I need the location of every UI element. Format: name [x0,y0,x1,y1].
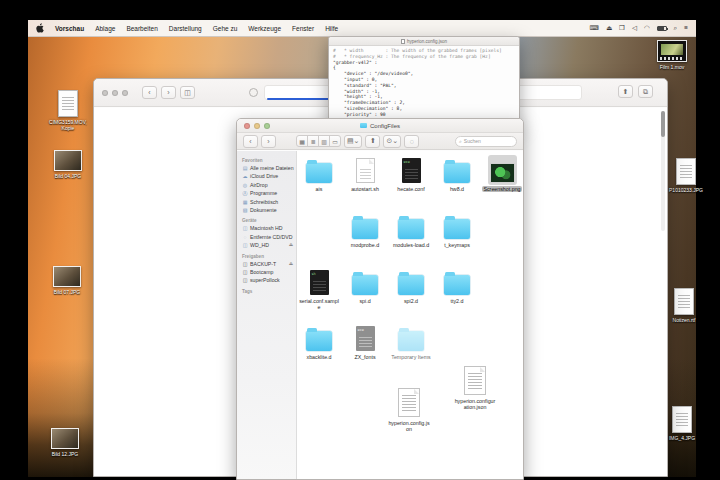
site-badge-icon [249,88,258,97]
sidebar-item-bootcamp[interactable]: ◫Bootcamp [242,268,296,276]
menu-hilfe[interactable]: Hilfe [325,25,338,32]
file-item-spi-d[interactable]: spi.d [343,267,387,304]
sidebar-item-macintosh-hd[interactable]: ◫Macintosh HD [242,224,296,232]
sidebar-item-icloud-drive[interactable]: ☁iCloud Drive [242,172,296,180]
menu-werkzeuge[interactable]: Werkzeuge [248,25,281,32]
desktop-icon-bild-07-jpg[interactable]: Bild 07.JPG [45,266,89,295]
menu-vorschau[interactable]: Vorschau [55,25,84,32]
file-type-badge: exe [404,160,410,164]
search-field[interactable]: ⌕ Suchen [455,136,517,147]
file-item-zx-fonts[interactable]: exeZX_fonts [343,323,387,360]
apple-menu-icon[interactable] [36,23,45,33]
file-item-hw8-d[interactable]: hw8.d [435,155,479,192]
battery-icon[interactable] [657,26,667,31]
menu-darstellung[interactable]: Darstellung [169,25,202,32]
eject-icon[interactable]: ⏏ [606,23,612,33]
sidebar-item-label: Schreibtisch [250,198,278,206]
menu-bearbeiten[interactable]: Bearbeiten [126,25,157,32]
menu-gehe-zu[interactable]: Gehe zu [213,25,238,32]
editor-titlebar[interactable]: hyperion.config.json [329,37,519,46]
action-button[interactable]: ◌ [404,135,419,148]
file-item-autostart-sh[interactable]: autostart.sh [343,155,387,192]
file-item-hecate-conf[interactable]: exehecate.conf [389,155,433,192]
scrollbar[interactable] [661,111,665,231]
spotlight-icon[interactable]: ⌕ [674,23,678,33]
sidebar-item-schreibtisch[interactable]: ▦Schreibtisch [242,198,296,206]
desktop-icon-cimg3159-mov-kopie[interactable]: CIMG3159.MOV, Kopie [46,90,90,131]
sidebar-item-icon: ◫ [242,224,248,232]
window-title: ConfigFiles [237,123,523,129]
doc-thumbnail-icon [58,90,78,117]
menu-fenster[interactable]: Fenster [292,25,314,32]
group-by-button[interactable]: ▤⌄ [344,135,362,148]
file-item-hyperion-config-json[interactable]: hyperion.config.json [387,389,431,433]
browser-traffic-lights[interactable] [102,90,128,96]
sidebar-item-programme[interactable]: ⒶProgramme [242,189,296,197]
forward-button[interactable]: › [161,86,176,99]
sidebar-section-favoriten: Favoriten [242,158,296,163]
sidebar-item-alle-meine-dateien[interactable]: ▤Alle meine Dateien [242,164,296,172]
doc-lines-icon [462,367,488,397]
view-gallery-button[interactable]: ▭ [329,135,341,147]
file-item-modprobe-d[interactable]: modprobe.d [343,211,387,248]
share-button[interactable]: ⬆ [365,135,380,148]
file-item-t-keymaps[interactable]: t_keymaps [435,211,479,248]
close-button[interactable] [102,90,108,96]
file-item-label: hecate.conf [396,186,425,192]
desktop-icon-p1010233-jpg[interactable]: P1010233.JPG [664,158,708,193]
sidebar-item-label: iCloud Drive [250,172,278,180]
file-item-modules-load-d[interactable]: modules-load.d [389,211,433,248]
volume-icon[interactable]: ◁ [632,23,637,33]
folder-icon [442,155,472,185]
finder-content: aisautostart.shexehecate.confhw8.dScreen… [297,151,523,479]
eject-icon[interactable]: ⏏ [289,241,293,249]
file-item-screenshot-png[interactable]: Screenshot.png [480,155,523,192]
zoom-button[interactable] [122,90,128,96]
sidebar-item-entfernte-cd-dvd[interactable]: ◌Entfernte CD/DVD [242,233,296,241]
sidebar-item-superpollock[interactable]: ◫superPollock [242,276,296,284]
display-icon[interactable]: ❐ [619,23,625,33]
sidebar-item-wd-hd[interactable]: ◫WD_HD⏏ [242,241,296,249]
eject-icon[interactable]: ⏏ [289,260,293,268]
desktop-icon-notizen-rtf[interactable]: Notizen.rtf [662,288,706,323]
editor-text[interactable]: # * width : The width of the grabbed fra… [329,46,519,120]
back-button[interactable]: ‹ [243,135,258,148]
tag-button[interactable]: ⊙⌄ [383,135,401,148]
file-type-badge: sh [312,272,316,276]
doc-thumbnail-icon [672,406,692,433]
finder-titlebar[interactable]: ConfigFiles [237,119,523,133]
file-item-ais[interactable]: ais [297,155,341,192]
minimize-button[interactable] [112,90,118,96]
file-item-temporary-items[interactable]: Temporary Items [389,323,433,360]
file-item-tty2-d[interactable]: tty2.d [435,267,479,304]
wifi-icon[interactable]: ◠ [644,23,650,33]
desktop-icon-bild-12-jpg[interactable]: Bild 12.JPG [43,428,87,457]
sidebar-item-icon: ◎ [242,181,248,189]
desktop-icon-bild-04-jpg[interactable]: Bild 04.JPG [46,150,90,179]
control-center-icon[interactable]: ≡ [684,23,688,33]
file-item-label: hyperion.configuration.json [453,398,497,411]
search-icon: ⌕ [459,138,462,145]
file-item-hyperion-configuration-json[interactable]: hyperion.configuration.json [453,367,497,411]
file-item-label: spi.d [358,298,371,304]
forward-button[interactable]: › [261,135,276,148]
sidebar-item-dokumente[interactable]: ▧Dokumente [242,206,296,214]
folder-icon [396,267,426,297]
share-button[interactable]: ⬆ [618,85,633,98]
back-button[interactable]: ‹ [142,86,157,99]
keyboard-icon[interactable]: ⌨ [590,23,599,33]
code-line: # * frequency_Hz : The frequency of the … [333,54,515,60]
folder-proxy-icon [360,123,367,128]
file-item-label: serial.conf.sample [297,298,341,311]
editor-title: hyperion.config.json [407,39,447,44]
file-item-spi2-d[interactable]: spi2.d [389,267,433,304]
show-tabs-button[interactable]: ⧉ [638,85,653,98]
sidebar-item-backup-t[interactable]: ◫BACKUP-T⏏ [242,260,296,268]
sidebar-item-airdrop[interactable]: ◎AirDrop [242,181,296,189]
desktop-icon-film-1-mov[interactable]: Film 1.mov [650,40,694,70]
menu-ablage[interactable]: Ablage [95,25,115,32]
file-item-xbacklite-d[interactable]: xbacklite.d [297,323,341,360]
sidebar-toggle-button[interactable]: ◫ [180,86,195,99]
file-item-label: Screenshot.png [482,186,521,192]
file-item-serial-conf-sample[interactable]: shserial.conf.sample [297,267,341,311]
